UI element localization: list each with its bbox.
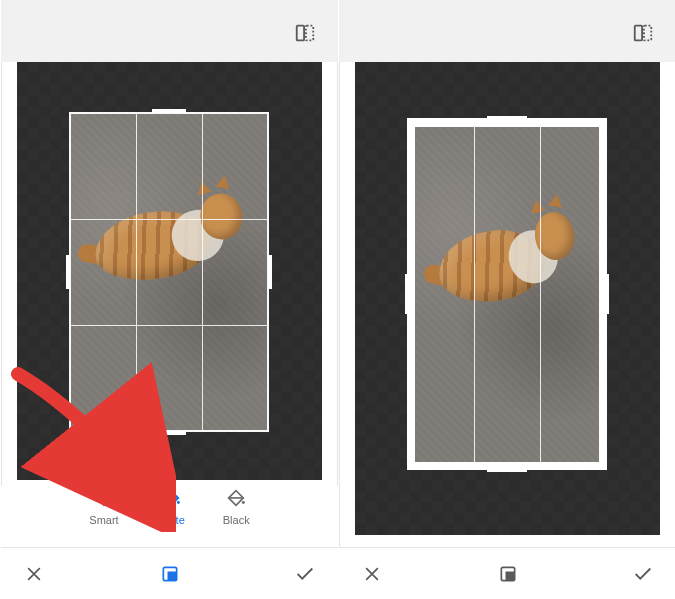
- crop-handle-top[interactable]: [487, 116, 527, 121]
- fill-option-white[interactable]: White: [157, 486, 185, 548]
- paint-bucket-icon: [93, 486, 115, 508]
- crop-frame[interactable]: [69, 112, 269, 432]
- confirm-button[interactable]: [632, 563, 654, 585]
- paint-bucket-icon: [160, 486, 182, 508]
- paint-bucket-icon: [225, 486, 247, 508]
- format-crop-button[interactable]: [159, 563, 181, 585]
- fill-option-smart[interactable]: Smart: [89, 486, 118, 548]
- flip-icon[interactable]: [294, 22, 316, 44]
- crop-handle-right[interactable]: [268, 255, 272, 289]
- svg-point-2: [110, 501, 113, 504]
- fill-option-label: Smart: [89, 514, 118, 526]
- svg-rect-10: [505, 571, 514, 580]
- crop-handle-top[interactable]: [152, 109, 186, 113]
- topbar: [1, 0, 338, 62]
- svg-rect-1: [306, 26, 313, 41]
- svg-rect-0: [297, 26, 304, 41]
- crop-handle-bottom[interactable]: [152, 431, 186, 435]
- flip-icon[interactable]: [632, 22, 654, 44]
- cancel-button[interactable]: [361, 563, 383, 585]
- fill-option-label: White: [157, 514, 185, 526]
- format-crop-button[interactable]: [497, 563, 519, 585]
- fill-option-black[interactable]: Black: [223, 486, 250, 548]
- fill-option-label: Black: [223, 514, 250, 526]
- crop-frame[interactable]: [407, 118, 607, 470]
- svg-rect-8: [644, 26, 651, 41]
- fill-options-row: Smart White Black: [1, 486, 338, 548]
- crop-handle-left[interactable]: [66, 255, 70, 289]
- cancel-button[interactable]: [23, 563, 45, 585]
- svg-point-4: [242, 501, 245, 504]
- confirm-button[interactable]: [294, 563, 316, 585]
- crop-handle-right[interactable]: [604, 274, 609, 314]
- svg-rect-6: [167, 571, 176, 580]
- canvas[interactable]: [17, 62, 322, 480]
- comparison-stage: Smart White Black: [0, 0, 675, 599]
- svg-rect-7: [635, 26, 642, 41]
- svg-point-3: [177, 501, 180, 504]
- crop-handle-left[interactable]: [405, 274, 410, 314]
- crop-handle-bottom[interactable]: [487, 467, 527, 472]
- canvas[interactable]: [355, 62, 660, 535]
- bottom-bar: [339, 547, 675, 599]
- bottom-bar: [1, 547, 338, 599]
- phone-right: [339, 0, 675, 599]
- phone-left: Smart White Black: [1, 0, 338, 599]
- topbar: [339, 0, 675, 62]
